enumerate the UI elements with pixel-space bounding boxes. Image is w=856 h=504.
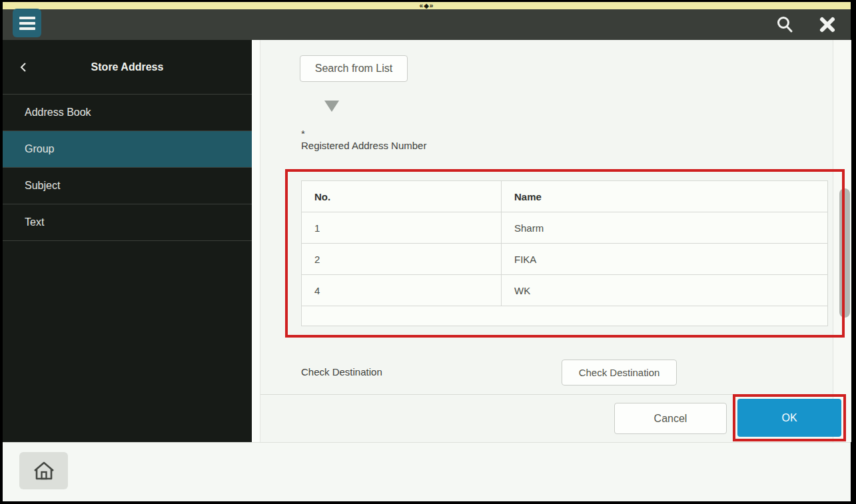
table-row[interactable]: 1 Sharm: [302, 212, 827, 244]
main-panel: Search from List * Registered Address Nu…: [260, 40, 833, 442]
cell-name: FIKA: [502, 244, 827, 274]
scrollbar-thumb[interactable]: [839, 188, 850, 318]
cell-no: 4: [302, 275, 502, 306]
sidebar-item-group[interactable]: Group: [3, 131, 252, 168]
arrow-down-icon: [324, 101, 339, 112]
address-table: No. Name 1 Sharm 2 FIKA 4 WK: [301, 180, 828, 326]
chevron-left-icon: [19, 61, 28, 73]
search-button[interactable]: [773, 13, 796, 36]
home-button[interactable]: [19, 452, 68, 489]
bezel-strip: «◆»: [3, 2, 851, 9]
home-icon: [32, 460, 56, 481]
registered-address-number-label: Registered Address Number: [301, 140, 426, 151]
top-app-bar: [3, 9, 851, 40]
column-header-name: Name: [502, 181, 827, 212]
column-header-no: No.: [302, 181, 502, 212]
table-empty-row: [302, 306, 827, 326]
close-button[interactable]: [816, 13, 839, 36]
required-marker: *: [301, 128, 305, 139]
sidebar-item-subject[interactable]: Subject: [3, 168, 252, 204]
check-destination-label: Check Destination: [301, 366, 382, 378]
sidebar: Store Address Address Book Group Subject…: [3, 40, 252, 442]
panel-gutter: [252, 40, 260, 442]
annotation-box-ok: OK: [733, 394, 846, 441]
sidebar-header: Store Address: [3, 40, 252, 95]
cancel-button[interactable]: Cancel: [614, 403, 727, 434]
bezel-marker: «◆»: [420, 3, 434, 9]
page-title: Store Address: [91, 61, 164, 73]
search-icon: [775, 15, 794, 34]
cell-no: 2: [302, 244, 502, 274]
table-header-row: No. Name: [302, 181, 827, 212]
scrollbar-track[interactable]: [833, 40, 851, 442]
table-row[interactable]: 4 WK: [302, 275, 827, 306]
sidebar-item-text[interactable]: Text: [3, 204, 252, 241]
search-from-list-button[interactable]: Search from List: [300, 55, 408, 82]
cell-name: WK: [502, 275, 827, 306]
menu-button[interactable]: [13, 9, 41, 37]
hamburger-icon: [19, 17, 35, 19]
bottom-bar: [3, 442, 851, 501]
close-icon: [819, 16, 836, 33]
cell-no: 1: [302, 212, 502, 243]
back-button[interactable]: [15, 59, 32, 76]
check-destination-button[interactable]: Check Destination: [562, 360, 677, 385]
table-row[interactable]: 2 FIKA: [302, 244, 827, 275]
cell-name: Sharm: [502, 212, 827, 243]
ok-button[interactable]: OK: [737, 399, 841, 437]
sidebar-item-address-book[interactable]: Address Book: [3, 95, 252, 131]
